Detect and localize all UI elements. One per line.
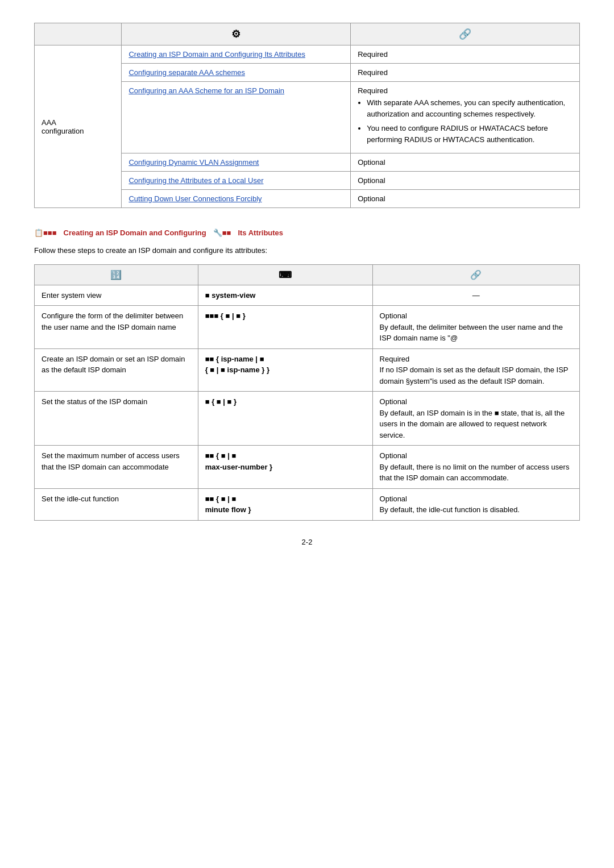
step-remarks: — (372, 285, 579, 306)
cmd-text: ■ system-view (205, 291, 256, 300)
step-desc: Set the idle-cut function (35, 488, 198, 520)
step-command: ■ system-view (198, 285, 372, 306)
step-desc: Configure the form of the delimiter betw… (35, 306, 198, 349)
remark-detail: By default, there is no limit on the num… (380, 463, 570, 483)
row-link[interactable]: Configuring the Attributes of a Local Us… (122, 172, 351, 190)
row-remarks: Optional (351, 190, 580, 208)
step-command: ■ { ■ | ■ } (198, 392, 372, 446)
table-row: Enter system view ■ system-view — (35, 285, 580, 306)
remarks-list: With separate AAA schemes, you can speci… (367, 97, 572, 145)
optional-label: Optional (380, 397, 407, 406)
list-item: With separate AAA schemes, you can speci… (367, 97, 572, 119)
table-row: Configure the form of the delimiter betw… (35, 306, 580, 349)
link-dynamic-vlan[interactable]: Configuring Dynamic VLAN Assignment (128, 158, 259, 167)
step-remarks: Optional By default, an ISP domain is in… (372, 392, 579, 446)
step-command: ■■ { ■ | ■ minute flow } (198, 488, 372, 520)
table-row: Create an ISP domain or set an ISP domai… (35, 348, 580, 392)
link-local-user[interactable]: Configuring the Attributes of a Local Us… (128, 176, 263, 185)
row-remarks: Required (351, 45, 580, 64)
step-desc: Set the maximum number of access users t… (35, 446, 198, 489)
row-link[interactable]: Configuring an AAA Scheme for an ISP Dom… (122, 82, 351, 153)
row-remarks: Optional (351, 153, 580, 172)
page-number: 2-2 (34, 538, 580, 546)
cmd-text: ■■ { ■ | ■ max-user-number } (205, 451, 272, 471)
step-desc: Enter system view (35, 285, 198, 306)
step-remarks: Required If no ISP domain is set as the … (372, 348, 579, 392)
table-row: Set the maximum number of access users t… (35, 446, 580, 489)
section-title-2: Its Attributes (238, 229, 283, 237)
steps-table: 🔢 ⌨ 🔗 Enter system view ■ system-view — … (34, 264, 580, 521)
row-remarks: Optional (351, 172, 580, 190)
section-icon-1: 📋■■■ (34, 229, 57, 237)
row-link[interactable]: Configuring separate AAA schemes (122, 64, 351, 82)
link-aaa-scheme-isp[interactable]: Configuring an AAA Scheme for an ISP Dom… (128, 86, 284, 95)
optional-label: Optional (380, 312, 407, 320)
row-link[interactable]: Cutting Down User Connections Forcibly (122, 190, 351, 208)
step-desc: Set the status of the ISP domain (35, 392, 198, 446)
table-row: AAAconfiguration Creating an ISP Domain … (35, 45, 580, 64)
section-title-1: Creating an ISP Domain and Configuring (64, 229, 206, 237)
intro-text: Follow these steps to create an ISP doma… (34, 245, 580, 256)
section-icon-2: 🔧■■ (213, 229, 231, 237)
remark-detail: By default, the idle-cut function is dis… (380, 505, 520, 514)
link-isp-domain[interactable]: Creating an ISP Domain and Configuring I… (128, 50, 305, 59)
step-remarks: Optional By default, the delimiter betwe… (372, 306, 579, 349)
row-link[interactable]: Creating an ISP Domain and Configuring I… (122, 45, 351, 64)
steps-col2-header: ⌨ (198, 264, 372, 285)
config-col1-header: ⚙ (122, 23, 351, 45)
cmd-text: ■■ { ■ | ■ minute flow } (205, 495, 251, 514)
link-cut-connections[interactable]: Cutting Down User Connections Forcibly (128, 194, 262, 203)
cmd-text: ■■ { isp-name | ■ { ■ | ■ isp-name } } (205, 355, 269, 375)
step-command: ■■■ { ■ | ■ } (198, 306, 372, 349)
table-row: Set the idle-cut function ■■ { ■ | ■ min… (35, 488, 580, 520)
required-label: Required (358, 86, 388, 95)
remark-detail: By default, an ISP domain is in the ■ st… (380, 409, 565, 439)
config-col2-header: 🔗 (351, 23, 580, 45)
list-item: You need to configure RADIUS or HWATACAC… (367, 123, 572, 145)
link-aaa-schemes[interactable]: Configuring separate AAA schemes (128, 68, 245, 77)
step-remarks: Optional By default, the idle-cut functi… (372, 488, 579, 520)
cmd-text: ■■■ { ■ | ■ } (205, 312, 246, 320)
cmd-text: ■ { ■ | ■ } (205, 397, 237, 406)
step-remarks: Optional By default, there is no limit o… (372, 446, 579, 489)
step-command: ■■ { isp-name | ■ { ■ | ■ isp-name } } (198, 348, 372, 392)
row-remarks-complex: Required With separate AAA schemes, you … (351, 82, 580, 153)
optional-label: Optional (380, 451, 407, 460)
step-command: ■■ { ■ | ■ max-user-number } (198, 446, 372, 489)
row-link[interactable]: Configuring Dynamic VLAN Assignment (122, 153, 351, 172)
section-heading: 📋■■■ Creating an ISP Domain and Configur… (34, 229, 580, 237)
steps-col3-header: 🔗 (372, 264, 579, 285)
step-desc: Create an ISP domain or set an ISP domai… (35, 348, 198, 392)
required-label: Required (380, 355, 410, 363)
config-col0-header (35, 23, 122, 45)
remark-detail: If no ISP domain is set as the default I… (380, 366, 569, 385)
config-table: ⚙ 🔗 AAAconfiguration Creating an ISP Dom… (34, 23, 580, 208)
optional-label: Optional (380, 495, 407, 503)
remark-detail: By default, the delimiter between the us… (380, 323, 563, 343)
steps-col1-header: 🔢 (35, 264, 198, 285)
row-label: AAAconfiguration (35, 45, 122, 208)
table-row: Set the status of the ISP domain ■ { ■ |… (35, 392, 580, 446)
row-remarks: Required (351, 64, 580, 82)
